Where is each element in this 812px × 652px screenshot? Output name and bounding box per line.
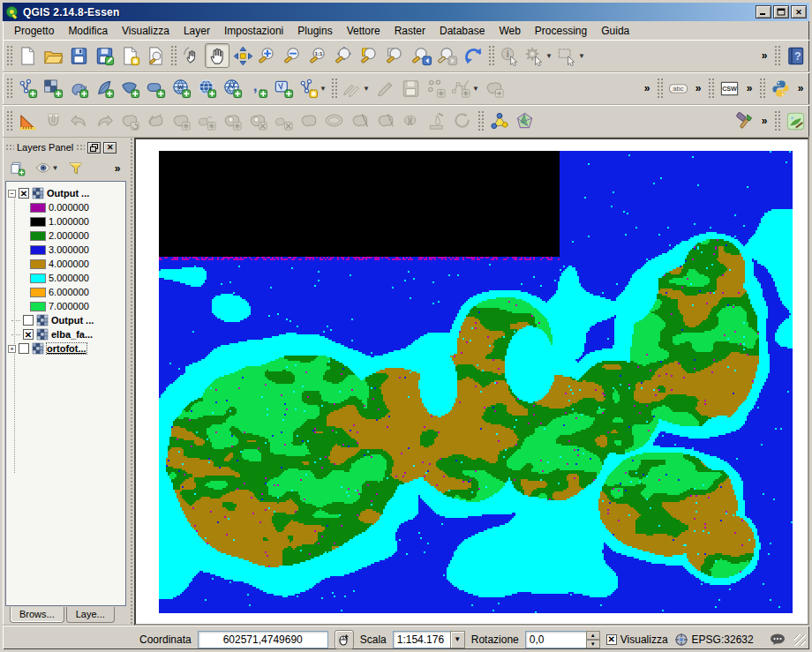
toolbar-overflow-button[interactable]: » (757, 109, 771, 132)
layer-name[interactable]: Output ... (47, 188, 89, 199)
pan-to-selection-button[interactable] (230, 43, 255, 68)
render-toggle[interactable]: ✕ Visualizza (606, 633, 668, 646)
measure-tool-button[interactable] (15, 109, 40, 133)
scale-input[interactable] (393, 631, 451, 648)
layer-name[interactable]: elba_fa... (51, 329, 93, 340)
toolbar-overflow-button[interactable]: » (742, 77, 756, 100)
redo-button[interactable] (92, 109, 117, 133)
simplify-feature-button[interactable] (143, 109, 168, 133)
zoom-native-button[interactable]: 1:1 (307, 43, 332, 68)
menu-progetto[interactable]: Progetto (8, 23, 60, 39)
delete-ring-button[interactable] (245, 109, 270, 133)
rotation-spinbox[interactable]: ▲▼ (525, 631, 600, 648)
topology-checker-button[interactable] (486, 109, 511, 133)
close-button[interactable]: ✕ (791, 5, 807, 19)
map-canvas[interactable] (136, 139, 804, 624)
select-features-button[interactable]: ▼ (555, 43, 587, 68)
dock-tab-laye[interactable]: Laye... (66, 607, 115, 623)
menu-web[interactable]: Web (492, 23, 526, 39)
fill-feature-button[interactable] (425, 109, 449, 133)
panel-toolbar-overflow-button[interactable]: » (110, 157, 124, 180)
tree-expander-minus-icon[interactable]: − (8, 190, 16, 198)
delete-part-button[interactable] (271, 109, 296, 133)
crs-status[interactable]: EPSG:32632 (674, 633, 754, 647)
offset-curve-button[interactable] (322, 109, 347, 133)
toolbar-drag-handle[interactable] (657, 77, 663, 100)
menu-processing[interactable]: Processing (529, 23, 593, 39)
render-checkbox[interactable]: ✕ (606, 634, 617, 645)
messages-icon[interactable] (770, 633, 787, 646)
layer-item[interactable]: ✕elba_fa... (9, 327, 124, 341)
maximize-button[interactable] (773, 5, 789, 19)
reshape-features-button[interactable] (297, 109, 321, 133)
add-vector-layer-button[interactable] (15, 76, 40, 101)
resize-grip[interactable] (794, 634, 806, 646)
rotate-feature-button[interactable] (117, 109, 142, 133)
toolbar-drag-handle[interactable] (170, 44, 177, 67)
add-delimited-text-layer-button[interactable]: , (245, 76, 270, 101)
toolbar-drag-handle[interactable] (774, 44, 780, 67)
fill-ring-button[interactable] (220, 109, 244, 133)
minimize-button[interactable] (756, 5, 771, 19)
labeling-button[interactable]: abc (665, 76, 690, 101)
menu-layer[interactable]: Layer (177, 23, 216, 39)
open-project-button[interactable] (41, 43, 65, 68)
layer-visibility-checkbox[interactable]: ✕ (19, 188, 29, 199)
refresh-map-button[interactable] (461, 43, 485, 68)
layer-name[interactable]: ortofot... (47, 343, 86, 354)
save-project-button[interactable] (66, 43, 91, 68)
merge-features-button[interactable] (399, 109, 424, 133)
menu-vettore[interactable]: Vettore (341, 23, 387, 39)
add-raster-layer-button[interactable] (41, 76, 65, 101)
new-project-button[interactable] (15, 43, 40, 68)
coordinate-input[interactable] (198, 631, 328, 648)
tree-expander-plus-icon[interactable]: + (8, 345, 16, 353)
add-oracle-layer-button[interactable] (143, 76, 168, 101)
filter-legend-button[interactable] (65, 158, 86, 179)
toolbar-drag-handle[interactable] (331, 77, 337, 100)
toggle-editing-button[interactable] (372, 76, 397, 101)
layer-item[interactable]: Output ... (9, 313, 124, 327)
add-mssql-layer-button[interactable] (117, 76, 142, 101)
toolbar-drag-handle[interactable] (488, 44, 494, 67)
toolbar-drag-handle[interactable] (6, 109, 12, 132)
panel-close-button[interactable]: ✕ (103, 142, 117, 154)
new-shapefile-layer-button[interactable]: ▼ (297, 76, 328, 101)
rotation-input[interactable] (525, 631, 587, 648)
zoom-to-layer-button[interactable] (384, 43, 409, 68)
layer-item[interactable]: −✕Output ... (9, 186, 124, 200)
identify-features-button[interactable]: i (497, 43, 522, 68)
panel-drag-handle[interactable] (76, 144, 85, 151)
rotation-up-icon[interactable]: ▲ (586, 631, 600, 640)
menu-database[interactable]: Database (433, 23, 491, 39)
zoom-out-button[interactable] (282, 43, 306, 68)
run-feature-action-button[interactable]: ▼ (523, 43, 554, 68)
save-project-as-button[interactable] (92, 43, 117, 68)
menu-visualizza[interactable]: Visualizza (116, 23, 176, 39)
grass-tools-button[interactable] (783, 109, 808, 133)
scale-combo[interactable]: ▼ (393, 631, 465, 648)
toolbar-drag-handle[interactable] (6, 44, 12, 67)
node-tool-button[interactable]: ▼ (449, 76, 481, 101)
python-console-button[interactable] (768, 76, 793, 101)
layer-visibility-checkbox[interactable]: ✕ (23, 329, 34, 340)
scale-dropdown-icon[interactable]: ▼ (450, 631, 465, 648)
toolbar-drag-handle[interactable] (774, 109, 780, 132)
toolbar-drag-handle[interactable] (708, 77, 714, 100)
toolbar-drag-handle[interactable] (6, 77, 12, 100)
composer-manager-button[interactable] (143, 43, 168, 68)
toolbar-drag-handle[interactable] (477, 109, 484, 132)
add-postgis-layer-button[interactable] (66, 76, 91, 101)
undo-button[interactable] (66, 109, 91, 133)
new-print-composer-button[interactable] (117, 43, 142, 68)
processing-toolbox-button[interactable] (732, 109, 756, 133)
toolbar-overflow-button[interactable]: » (793, 77, 808, 100)
touch-zoom-pan-button[interactable] (179, 43, 204, 68)
layer-item[interactable]: +ortofot... (9, 341, 124, 356)
panel-float-button[interactable] (87, 142, 101, 154)
menu-plugins[interactable]: Plugins (291, 23, 338, 39)
enable-snapping-button[interactable] (41, 109, 65, 133)
add-virtual-layer-button[interactable] (271, 76, 296, 101)
move-feature-button[interactable] (482, 76, 507, 101)
menu-guida[interactable]: Guida (595, 23, 635, 39)
